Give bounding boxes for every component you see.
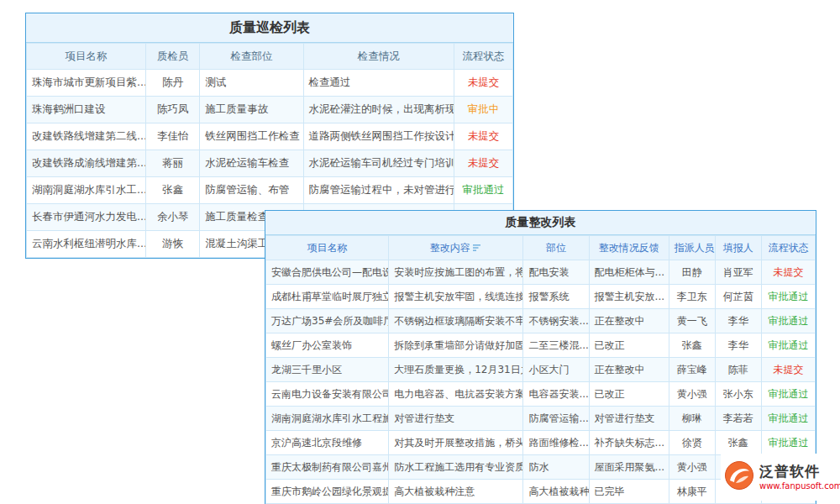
workflow-status-badge[interactable]: 审批通过: [761, 309, 815, 333]
header-workflow-status: 流程状态: [761, 236, 815, 260]
project-name-link[interactable]: 安徽合肥供电公司—配电设备...: [266, 260, 389, 285]
assignee-name[interactable]: 田静: [669, 260, 715, 285]
workflow-status-badge[interactable]: 未提交: [454, 123, 512, 150]
assignee-name[interactable]: 徐贤: [669, 431, 715, 455]
workflow-status-badge[interactable]: 审批通过: [761, 407, 815, 431]
rectify-content-cell: 拆除到承重墙部分请做好加固...: [389, 333, 523, 358]
project-name-link[interactable]: 湖南洞庭湖水库引水工程施工1...: [266, 407, 389, 431]
reporter-name[interactable]: 肖亚军: [715, 260, 761, 285]
project-name-link[interactable]: 重庆太极制药有限公司嘉州中...: [266, 455, 389, 480]
feedback-cell: 配电柜柜体与...: [589, 260, 669, 285]
part-cell: 电容器安装...: [523, 382, 589, 407]
header-part: 部位: [523, 236, 589, 260]
workflow-status-badge[interactable]: 未提交: [761, 358, 815, 382]
assignee-name[interactable]: 黄小强: [669, 382, 715, 407]
reporter-name[interactable]: 张鑫: [715, 431, 761, 455]
project-name-link[interactable]: 重庆市鹅岭公园绿化景观提升...: [266, 480, 389, 504]
inspector-name[interactable]: 蒋丽: [146, 150, 200, 177]
rectify-panel-title: 质量整改列表: [265, 211, 816, 235]
project-name-link[interactable]: 螺丝厂办公室装饰: [266, 333, 389, 358]
assignee-name[interactable]: 黄一飞: [669, 309, 715, 333]
rectify-row: 湖南洞庭湖水库引水工程施工1... 对管进行垫支 防腐管运输... 对管进行垫支…: [266, 407, 816, 431]
assignee-name[interactable]: 黄小强: [669, 455, 715, 480]
rectify-content-cell: 报警主机安放牢固，线缆连接...: [389, 285, 523, 309]
rectify-row: 安徽合肥供电公司—配电设备... 安装时应按施工图的布置，将... 配电安装 配…: [266, 260, 816, 285]
workflow-status-badge[interactable]: 审批通过: [454, 177, 512, 204]
project-name-link[interactable]: 珠海市城市更新项目紫...: [27, 70, 146, 97]
reporter-name[interactable]: 张小东: [715, 382, 761, 407]
workflow-status-badge[interactable]: 审批通过: [761, 285, 815, 309]
rectify-content-cell: 对管进行垫支: [389, 407, 523, 431]
part-cell: 不锈钢安装...: [523, 309, 589, 333]
inspector-name[interactable]: 余小琴: [146, 204, 200, 231]
part-cell: 配电安装: [523, 260, 589, 285]
project-name-link[interactable]: 湖南洞庭湖水库引水工...: [27, 177, 146, 204]
inspector-name[interactable]: 游恢: [146, 231, 200, 258]
feedback-cell: 正在整改中: [589, 309, 669, 333]
workflow-status-badge[interactable]: 审批通过: [761, 333, 815, 358]
inspection-header-row: 项目名称 质检员 检查部位 检查情况 流程状态: [27, 44, 513, 70]
inspection-part-cell: 水泥砼运输车检查: [200, 150, 303, 177]
inspection-situation-cell: 道路两侧铁丝网围挡工作按设计...: [303, 123, 454, 150]
reporter-name[interactable]: 李若若: [715, 407, 761, 431]
rectify-content-cell: 不锈钢边框玻璃隔断安装不牢...: [389, 309, 523, 333]
assignee-name[interactable]: 薛宝峰: [669, 358, 715, 382]
inspector-name[interactable]: 张鑫: [146, 177, 200, 204]
assignee-name[interactable]: 柳琳: [669, 407, 715, 431]
header-rectify-content-label: 整改内容: [430, 242, 470, 254]
assignee-name[interactable]: 张鑫: [669, 333, 715, 358]
workflow-status-badge[interactable]: 审批通过: [761, 382, 815, 407]
workflow-status-badge[interactable]: 未提交: [454, 150, 512, 177]
project-name-link[interactable]: 万达广场35#会所及咖啡厅空...: [266, 309, 389, 333]
brand-watermark: 泛普软件 www.fanpusoft.com: [721, 454, 840, 501]
workflow-status-badge[interactable]: 审批通过: [761, 431, 815, 455]
project-name-link[interactable]: 云南电力设备安装有限公司20...: [266, 382, 389, 407]
rectify-content-cell: 对其及时开展整改措施，桥头...: [389, 431, 523, 455]
inspector-name[interactable]: 陈巧凤: [146, 97, 200, 123]
feedback-cell: 报警主机安放...: [589, 285, 669, 309]
inspection-part-cell: 铁丝网围挡工作检查: [200, 123, 303, 150]
inspection-row: 珠海鹤洲口建设 陈巧凤 施工质量事故 水泥砼灌注的时候，出现离析现象 审批中: [27, 97, 513, 123]
header-rectify-content[interactable]: 整改内容: [389, 236, 523, 260]
feedback-cell: 补齐缺失标志...: [589, 431, 669, 455]
reporter-name[interactable]: 何芷茵: [715, 285, 761, 309]
reporter-name[interactable]: 陈菲: [715, 358, 761, 382]
inspection-row: 改建铁路线增建第二线... 李佳怡 铁丝网围挡工作检查 道路两侧铁丝网围挡工作按…: [27, 123, 513, 150]
header-project-name: 项目名称: [27, 44, 146, 70]
feedback-cell: 已完毕: [589, 480, 669, 504]
workflow-status-badge[interactable]: 审批中: [454, 97, 512, 123]
part-cell: 小区大门: [523, 358, 589, 382]
reporter-name[interactable]: 李华: [715, 333, 761, 358]
project-name-link[interactable]: 龙湖三千里小区: [266, 358, 389, 382]
sort-icon[interactable]: [473, 243, 482, 255]
workflow-status-badge[interactable]: 未提交: [761, 260, 815, 285]
feedback-cell: 已改正: [589, 333, 669, 358]
brand-url[interactable]: www.fanpusoft.com: [759, 481, 840, 491]
feedback-cell: 已改正: [589, 382, 669, 407]
rectify-content-cell: 高大植被栽种注意: [389, 480, 523, 504]
workflow-status-badge[interactable]: 未提交: [454, 70, 512, 97]
project-name-link[interactable]: 珠海鹤洲口建设: [27, 97, 146, 123]
inspection-row: 珠海市城市更新项目紫... 陈丹 测试 检查通过 未提交: [27, 70, 513, 97]
assignee-name[interactable]: 李卫东: [669, 285, 715, 309]
rectify-row: 京沪高速北京段维修 对其及时开展整改措施，桥头... 路面维修检... 补齐缺失…: [266, 431, 816, 455]
part-cell: 路面维修检...: [523, 431, 589, 455]
header-inspector: 质检员: [146, 44, 200, 70]
inspection-situation-cell: 水泥砼灌注的时候，出现离析现象: [303, 97, 454, 123]
reporter-name[interactable]: 李华: [715, 309, 761, 333]
project-name-link[interactable]: 改建铁路成渝线增建第...: [27, 150, 146, 177]
inspection-row: 改建铁路成渝线增建第... 蒋丽 水泥砼运输车检查 水泥砼运输车司机经过专门培训…: [27, 150, 513, 177]
inspector-name[interactable]: 李佳怡: [146, 123, 200, 150]
project-name-link[interactable]: 长春市伊通河水力发电...: [27, 204, 146, 231]
header-inspection-situation: 检查情况: [303, 44, 454, 70]
project-name-link[interactable]: 云南水利枢纽潜明水库...: [27, 231, 146, 258]
project-name-link[interactable]: 京沪高速北京段维修: [266, 431, 389, 455]
project-name-link[interactable]: 改建铁路线增建第二线...: [27, 123, 146, 150]
inspection-part-cell: 施工质量事故: [200, 97, 303, 123]
rectify-content-cell: 电力电容器、电抗器安装方案,...: [389, 382, 523, 407]
assignee-name[interactable]: 林康平: [669, 480, 715, 504]
project-name-link[interactable]: 成都杜甫草堂临时展厅独立展...: [266, 285, 389, 309]
inspection-panel-title: 质量巡检列表: [26, 13, 513, 43]
rectify-header-row: 项目名称 整改内容 部位 整改情况反馈 指派人员 填报人 流程状态: [266, 236, 816, 260]
inspector-name[interactable]: 陈丹: [146, 70, 200, 97]
